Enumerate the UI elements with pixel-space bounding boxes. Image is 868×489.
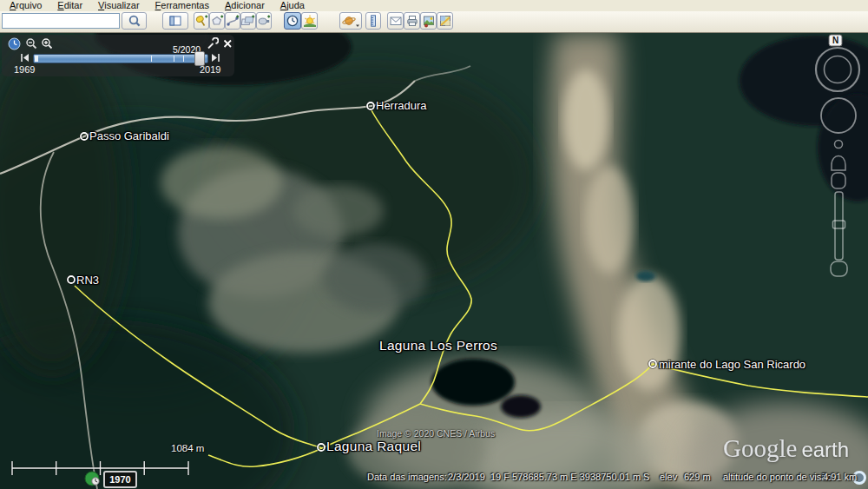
path-icon bbox=[226, 14, 240, 28]
record-tour-icon bbox=[257, 14, 271, 28]
imagery-attribution: Image © 2020 CNES / Airbus bbox=[377, 428, 495, 439]
timeline-clock-icon bbox=[8, 37, 21, 50]
watermark-google: Google bbox=[723, 434, 797, 462]
elevation-value: 629 m bbox=[684, 472, 711, 482]
track-start-cap bbox=[35, 56, 38, 62]
placemark-label-mirante[interactable]: mirante do Lago San Ricardo bbox=[659, 358, 806, 371]
track-tick bbox=[183, 56, 184, 62]
menu-ajuda[interactable]: Ajuda bbox=[273, 0, 312, 11]
menu-arquivo[interactable]: Arquivo bbox=[2, 0, 49, 11]
print-icon bbox=[405, 14, 419, 28]
clock-icon bbox=[286, 14, 299, 28]
google-maps-icon bbox=[438, 14, 452, 28]
historical-imagery-button[interactable] bbox=[284, 12, 301, 30]
time-range-start: 1969 bbox=[14, 64, 35, 75]
print-button[interactable] bbox=[404, 12, 420, 30]
ruler-icon bbox=[366, 14, 380, 28]
search-icon bbox=[128, 14, 141, 28]
search-input[interactable] bbox=[2, 13, 120, 29]
add-path-button[interactable] bbox=[225, 12, 240, 30]
track-tick bbox=[174, 56, 174, 62]
toolbar bbox=[0, 11, 868, 33]
time-slider-panel: 5/2020 1969 2019 bbox=[2, 35, 234, 76]
time-slider-track[interactable] bbox=[33, 54, 208, 63]
history-year-badge: 1970 bbox=[103, 471, 137, 488]
image-overlay-icon bbox=[241, 14, 255, 28]
email-icon bbox=[389, 14, 403, 28]
email-button[interactable] bbox=[387, 12, 404, 30]
view-altitude-label: altitude do ponto de visão bbox=[723, 472, 832, 482]
placemark-label-herradura[interactable]: Herradura bbox=[376, 99, 427, 112]
watermark-earth: earth bbox=[801, 438, 849, 461]
sunlight-button[interactable] bbox=[301, 12, 318, 30]
menu-ferramentas[interactable]: Ferramentas bbox=[148, 0, 217, 11]
north-label: N bbox=[832, 36, 838, 45]
elevation-label: elev bbox=[660, 472, 677, 482]
time-step-back-button[interactable] bbox=[20, 52, 30, 63]
search-button[interactable] bbox=[122, 12, 147, 30]
polygon-icon bbox=[210, 14, 224, 28]
save-image-button[interactable] bbox=[420, 12, 437, 30]
sidebar-toggle-button[interactable] bbox=[162, 12, 188, 30]
track-tick bbox=[151, 56, 152, 62]
planet-switcher-button[interactable] bbox=[339, 12, 362, 30]
sun-icon bbox=[303, 14, 317, 28]
placemark-pin-icon bbox=[194, 14, 208, 28]
timeline-close-icon[interactable] bbox=[221, 37, 234, 50]
time-step-forward-button[interactable] bbox=[210, 52, 220, 63]
placemark-label-rn3[interactable]: RN3 bbox=[76, 274, 99, 287]
satellite-imagery: N bbox=[0, 33, 868, 489]
menu-editar[interactable]: Editar bbox=[49, 0, 90, 11]
history-clock-icon bbox=[85, 472, 99, 486]
add-image-overlay-button[interactable] bbox=[240, 12, 256, 30]
save-image-icon bbox=[422, 14, 436, 28]
add-polygon-button[interactable] bbox=[209, 12, 225, 30]
add-placemark-button[interactable] bbox=[194, 12, 209, 30]
ruler-button[interactable] bbox=[365, 12, 381, 30]
placemark-label-laguna-los-perros[interactable]: Laguna Los Perros bbox=[379, 338, 497, 354]
google-earth-watermark: Googleearth bbox=[723, 434, 849, 463]
imagery-date-value: 2/3/2019 bbox=[448, 472, 485, 482]
map-viewport[interactable]: N Herradura Passo Garibaldi RN3 Laguna L… bbox=[0, 33, 868, 489]
timeline-settings-wrench-icon[interactable] bbox=[206, 37, 219, 50]
menu-visualizar[interactable]: Visualizar bbox=[90, 0, 148, 11]
imagery-date-label: Data das imagens: bbox=[367, 472, 447, 482]
view-altitude-value: 4.91 km bbox=[823, 472, 857, 482]
record-tour-button[interactable] bbox=[256, 12, 272, 30]
placemark-label-laguna-raquel[interactable]: Laguna Raquel bbox=[326, 439, 421, 454]
sidebar-icon bbox=[168, 14, 182, 28]
menu-bar: Arquivo Editar Visualizar Ferramentas Ad… bbox=[0, 0, 868, 11]
view-in-maps-button[interactable] bbox=[437, 12, 453, 30]
timeline-zoom-out-icon[interactable] bbox=[25, 37, 38, 50]
time-range-end: 2019 bbox=[200, 64, 220, 75]
pointer-coordinates: 19 F 578685.73 m E 3938750.01 m S bbox=[490, 472, 649, 482]
menu-adicionar[interactable]: Adicionar bbox=[217, 0, 273, 11]
north-indicator[interactable]: N bbox=[829, 35, 842, 46]
placemark-label-passo-garibaldi[interactable]: Passo Garibaldi bbox=[89, 129, 169, 142]
planet-icon bbox=[341, 14, 360, 28]
timeline-zoom-in-icon[interactable] bbox=[41, 37, 54, 50]
google-earth-window: { "menu": { "items": ["Arquivo", "Editar… bbox=[0, 0, 868, 489]
scale-label: 1084 m bbox=[171, 443, 204, 453]
